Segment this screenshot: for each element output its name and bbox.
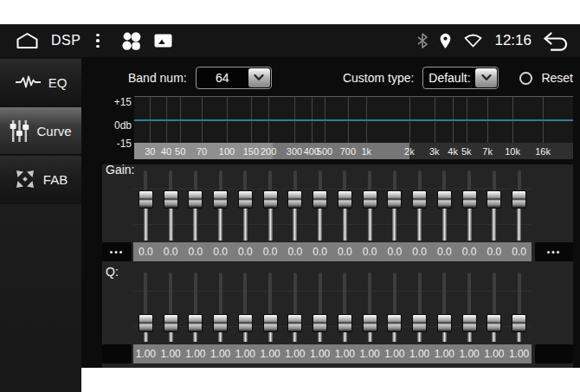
q-values-right-spacer — [535, 344, 573, 363]
slider-thumb[interactable] — [412, 314, 427, 332]
band-slider[interactable] — [164, 170, 178, 241]
band-slider[interactable] — [188, 170, 203, 241]
slider-thumb[interactable] — [487, 314, 501, 332]
slider-thumb[interactable] — [287, 314, 302, 332]
slider-track-lower — [169, 207, 173, 241]
band-slider-column — [233, 273, 258, 342]
band-slider-column — [208, 170, 233, 241]
band-slider[interactable] — [287, 170, 302, 241]
sidebar-item-curve[interactable]: Curve — [0, 107, 81, 154]
band-slider-column — [208, 273, 233, 342]
slider-thumb[interactable] — [287, 190, 302, 209]
home-icon[interactable] — [16, 32, 39, 49]
slider-thumb[interactable] — [338, 190, 352, 209]
slider-thumb[interactable] — [338, 314, 352, 332]
band-slider[interactable] — [238, 273, 253, 342]
slider-thumb[interactable] — [387, 314, 402, 332]
eq-grid[interactable] — [134, 96, 573, 143]
slider-thumb[interactable] — [363, 314, 377, 332]
band-slider[interactable] — [487, 273, 501, 342]
slider-thumb[interactable] — [188, 314, 203, 332]
slider-thumb[interactable] — [462, 314, 477, 332]
back-icon[interactable] — [543, 31, 570, 51]
band-slider[interactable] — [313, 273, 327, 342]
slider-thumb[interactable] — [164, 190, 178, 209]
band-num-dropdown[interactable]: 64 — [196, 67, 272, 89]
wifi-icon — [463, 34, 483, 48]
chevron-down-icon[interactable] — [475, 68, 497, 87]
q-value: 1.00 — [158, 344, 184, 363]
band-slider[interactable] — [437, 273, 452, 342]
slider-thumb[interactable] — [387, 190, 402, 209]
band-slider[interactable] — [462, 170, 477, 241]
slider-thumb[interactable] — [263, 314, 278, 332]
band-slider[interactable] — [363, 273, 377, 342]
slider-thumb[interactable] — [213, 190, 228, 209]
band-slider[interactable] — [263, 170, 278, 241]
gain-value: 0.0 — [407, 242, 432, 261]
band-slider[interactable] — [313, 170, 327, 241]
slider-thumb[interactable] — [238, 314, 253, 332]
gain-more-left-button[interactable]: ••• — [102, 242, 132, 261]
band-slider[interactable] — [188, 273, 203, 342]
gain-values-row: ••• 0.00.00.00.00.00.00.00.00.00.00.00.0… — [102, 242, 573, 261]
band-slider[interactable] — [213, 273, 228, 342]
band-slider[interactable] — [512, 170, 526, 241]
slider-thumb[interactable] — [313, 190, 327, 209]
chevron-down-icon[interactable] — [248, 68, 270, 87]
band-slider[interactable] — [412, 170, 427, 241]
slider-thumb[interactable] — [437, 314, 452, 332]
band-slider-column — [258, 273, 283, 342]
reset-radio-button[interactable] — [519, 72, 532, 85]
slider-thumb[interactable] — [263, 190, 278, 209]
band-slider[interactable] — [164, 273, 178, 342]
band-slider[interactable] — [363, 170, 377, 241]
apps-icon[interactable] — [120, 30, 142, 52]
custom-type-dropdown[interactable]: Default: — [422, 67, 499, 89]
q-value: 1.00 — [407, 344, 432, 363]
slider-thumb[interactable] — [213, 314, 228, 332]
band-slider-column — [283, 170, 308, 241]
more-menu-icon[interactable] — [93, 32, 103, 50]
band-slider[interactable] — [437, 170, 452, 241]
slider-thumb[interactable] — [139, 190, 153, 209]
band-slider[interactable] — [512, 273, 526, 342]
slider-thumb[interactable] — [437, 190, 452, 209]
slider-thumb[interactable] — [512, 190, 526, 209]
slider-track-lower — [368, 207, 372, 241]
band-slider[interactable] — [412, 273, 427, 342]
slider-thumb[interactable] — [139, 314, 153, 332]
slider-thumb[interactable] — [188, 190, 203, 209]
band-slider[interactable] — [263, 273, 278, 342]
gallery-icon[interactable] — [154, 34, 172, 48]
q-value: 1.00 — [432, 344, 457, 363]
gain-value: 0.0 — [208, 242, 233, 261]
sidebar-item-eq[interactable]: EQ — [0, 59, 81, 106]
slider-thumb[interactable] — [412, 190, 427, 209]
slider-thumb[interactable] — [462, 190, 477, 209]
band-slider[interactable] — [213, 170, 228, 241]
band-slider[interactable] — [462, 273, 477, 342]
slider-thumb[interactable] — [512, 314, 526, 332]
band-slider[interactable] — [387, 273, 402, 342]
band-slider[interactable] — [338, 170, 352, 241]
gain-value: 0.0 — [233, 242, 258, 261]
band-slider[interactable] — [338, 273, 352, 342]
slider-thumb[interactable] — [238, 190, 253, 209]
slider-thumb[interactable] — [164, 314, 178, 332]
slider-thumb[interactable] — [487, 190, 501, 209]
sidebar-item-fab[interactable]: FAB — [0, 156, 81, 202]
slider-thumb[interactable] — [313, 314, 327, 332]
band-slider[interactable] — [139, 170, 153, 241]
band-slider[interactable] — [487, 170, 501, 241]
band-slider-column — [506, 273, 532, 342]
slider-track-upper — [194, 273, 197, 317]
band-slider[interactable] — [387, 170, 402, 241]
slider-thumb[interactable] — [363, 190, 377, 209]
band-slider[interactable] — [287, 273, 302, 342]
band-slider[interactable] — [238, 170, 253, 241]
dsp-app-window: DSP — [0, 24, 580, 368]
band-slider[interactable] — [139, 273, 153, 342]
sidebar-empty-area — [0, 204, 81, 392]
gain-more-right-button[interactable]: ••• — [535, 242, 573, 261]
